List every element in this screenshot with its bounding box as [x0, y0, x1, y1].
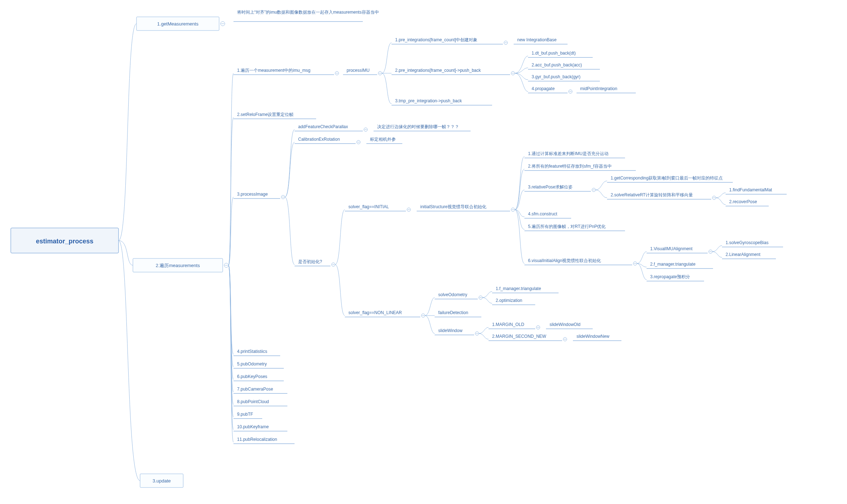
collapse-icon[interactable] [709, 250, 712, 253]
node-visualimualign[interactable]: 1.VisualIMUAlignment [647, 246, 708, 253]
node-solveodometry[interactable]: solveOdometry [435, 292, 478, 299]
node-measurements[interactable]: 2.遍历measurements [133, 258, 223, 272]
collapse-icon[interactable] [475, 332, 479, 335]
node-solvegyro[interactable]: 1.solveGyroscopeBias [722, 240, 783, 247]
node-imu-msg[interactable]: 1.遍历一个measurement中的imu_msg [233, 68, 334, 75]
collapse-icon[interactable] [221, 22, 225, 26]
node-pubcamerapose[interactable]: 7.pubCameraPose [233, 387, 287, 393]
svg-text:1.pre_integrations[frame_count: 1.pre_integrations[frame_count]中创建对象 [395, 37, 477, 42]
svg-text:1.遍历一个measurement中的imu_msg: 1.遍历一个measurement中的imu_msg [237, 68, 310, 73]
node-is2[interactable]: 2.将所有的feature特征存放到sfm_f容器当中 [524, 164, 636, 171]
collapse-icon[interactable] [511, 208, 515, 211]
node-midpoint[interactable]: midPointIntegration [577, 86, 636, 93]
svg-text:4.printStatistiics: 4.printStatistiics [237, 349, 267, 354]
svg-text:2.f_manager.triangulate: 2.f_manager.triangulate [650, 262, 695, 267]
node-getcorresponding[interactable]: 1.getCorresponding获取第i帧到窗口最后一帧对应的特征点 [607, 176, 733, 182]
node-relativepose[interactable]: 3.relativePose求解位姿 [524, 185, 591, 191]
collapse-icon[interactable] [479, 296, 482, 299]
node-linearalign[interactable]: 2.LinearAlignment [722, 252, 776, 259]
node-optimization[interactable]: 2.optimization [492, 298, 535, 305]
node-pubpointcloud[interactable]: 8.pubPointCloud [233, 399, 287, 406]
node-setreloframe[interactable]: 2.setReloFrame设置重定位帧 [233, 112, 316, 119]
node-initialstructure[interactable]: initialStructure视觉惯导联合初始化 [417, 204, 510, 211]
collapse-icon[interactable] [511, 71, 515, 75]
svg-text:3.tmp_pre_integration->push_ba: 3.tmp_pre_integration->push_back [395, 98, 462, 103]
node-getmeasurements[interactable]: 1.getMeasurements [136, 17, 219, 31]
node-processimage[interactable]: 3.processImage [233, 192, 280, 199]
svg-text:1.VisualIMUAlignment: 1.VisualIMUAlignment [650, 246, 693, 251]
collapse-icon[interactable] [281, 195, 285, 199]
svg-text:3.relativePose求解位姿: 3.relativePose求解位姿 [528, 185, 573, 190]
svg-text:4.propagate: 4.propagate [532, 86, 555, 91]
node-solverflag-nonlinear[interactable]: solver_flag==NON_LINEAR [345, 310, 420, 317]
collapse-icon[interactable] [536, 326, 540, 329]
svg-text:slideWindowNew: slideWindowNew [577, 334, 610, 339]
node-visualinitialalign[interactable]: 6.visualInitialAlign视觉惯性联合初始化 [524, 258, 632, 265]
node-pubrelocalization[interactable]: 11.pubRelocalization [233, 437, 295, 444]
node-propagate[interactable]: 4.propagate [528, 86, 568, 93]
node-pubkeyframe[interactable]: 10.pubKeyframe [233, 424, 287, 431]
svg-text:4.sfm.construct: 4.sfm.construct [528, 211, 557, 216]
node-slidewindow[interactable]: slideWindow [435, 328, 474, 335]
node-pubodometry[interactable]: 5.pubOdometry [233, 361, 284, 368]
collapse-icon[interactable] [332, 263, 335, 266]
node-pubkeyposes[interactable]: 6.pubKeyPoses [233, 374, 284, 381]
collapse-icon[interactable] [224, 263, 228, 267]
node-fmanager-tri2[interactable]: 1.f_manager.triangulate [492, 286, 559, 293]
collapse-icon[interactable] [378, 71, 382, 75]
node-findfundamental[interactable]: 1.findFundamentalMat [726, 187, 787, 194]
node-dtbuf[interactable]: 1.dt_buf.push_back(dt) [528, 51, 593, 57]
svg-text:1.findFundamentalMat: 1.findFundamentalMat [729, 187, 772, 192]
svg-text:2.遍历measurements: 2.遍历measurements [156, 263, 200, 268]
svg-text:slideWindowOld: slideWindowOld [550, 322, 580, 327]
node-init[interactable]: 是否初始化? [295, 259, 330, 266]
collapse-icon[interactable] [364, 128, 367, 131]
node-solverflag-initial[interactable]: solver_flag==INITIAL [345, 204, 406, 211]
node-processimu[interactable]: processIMU [343, 68, 377, 75]
node-printstatistics[interactable]: 4.printStatistiics [233, 349, 280, 356]
svg-text:3.processImage: 3.processImage [237, 192, 268, 197]
node-repropagate[interactable]: 3.repropagate预积分 [647, 274, 704, 281]
svg-text:3.gyr_buf.push_back(gyr): 3.gyr_buf.push_back(gyr) [532, 74, 580, 79]
node-update[interactable]: 3.update [140, 474, 183, 487]
node-integrationbase[interactable]: new IntegrationBase [514, 37, 568, 44]
node-slidewindownew[interactable]: slideWindowNew [573, 334, 621, 341]
collapse-icon[interactable] [357, 140, 360, 144]
node-is5[interactable]: 5.遍历所有的图像帧，对RT进行PnP优化 [524, 224, 625, 231]
node-margin-old[interactable]: 1.MARGIN_OLD [489, 322, 535, 329]
svg-text:标定相机外参: 标定相机外参 [370, 137, 396, 142]
node-addfeature[interactable]: addFeatureCheckParallax [295, 124, 363, 131]
root-node[interactable]: estimator_process [11, 228, 119, 253]
svg-text:将时间上“对齐”的imu数据和图像数据放在一起存入measu: 将时间上“对齐”的imu数据和图像数据放在一起存入measurements容器当… [237, 10, 379, 15]
node-pubtf[interactable]: 9.pubTF [233, 412, 262, 419]
collapse-icon[interactable] [569, 90, 572, 93]
node-failuredetection[interactable]: failureDetection [435, 310, 481, 317]
node-slidewindowold[interactable]: slideWindowOld [546, 322, 593, 329]
node-is4[interactable]: 4.sfm.construct [524, 211, 571, 218]
node-tmp-preint[interactable]: 3.tmp_pre_integration->push_back [392, 98, 492, 105]
node-calibration[interactable]: CalibrationExRotation [295, 137, 356, 144]
svg-text:slideWindow: slideWindow [438, 328, 463, 333]
collapse-icon[interactable] [421, 314, 425, 317]
collapse-icon[interactable] [592, 188, 596, 192]
collapse-icon[interactable] [335, 71, 339, 75]
node-preint-create[interactable]: 1.pre_integrations[frame_count]中创建对象 [392, 37, 503, 44]
collapse-icon[interactable] [712, 196, 716, 200]
node-fmanager-tri[interactable]: 2.f_manager.triangulate [647, 262, 713, 269]
collapse-icon[interactable] [407, 208, 411, 211]
node-recoverpose[interactable]: 2.recoverPose [726, 199, 769, 206]
collapse-icon[interactable] [563, 337, 567, 341]
node-accbuf[interactable]: 2.acc_buf.push_back(acc) [528, 62, 600, 69]
note-addfeature: 决定进行边缘化的时候要删除哪一帧？？？ [374, 124, 471, 131]
node-preint-pushback[interactable]: 2.pre_integrations[frame_count]->push_ba… [392, 68, 510, 75]
svg-text:2.optimization: 2.optimization [496, 298, 522, 303]
svg-text:5.遍历所有的图像帧，对RT进行PnP优化: 5.遍历所有的图像帧，对RT进行PnP优化 [528, 224, 606, 229]
node-is1[interactable]: 1.通过计算标准差来判断IMU是否充分运动 [524, 151, 625, 158]
node-gyrbuf[interactable]: 3.gyr_buf.push_back(gyr) [528, 74, 600, 81]
collapse-icon[interactable] [504, 41, 508, 45]
svg-text:3.update: 3.update [153, 478, 171, 484]
node-solverelrt[interactable]: 2.solveRelativeRT计算旋转矩阵和平移向量 [607, 192, 711, 199]
node-margin-second[interactable]: 2.MARGIN_SECOND_NEW [489, 334, 562, 341]
collapse-icon[interactable] [633, 262, 637, 265]
svg-text:2.MARGIN_SECOND_NEW: 2.MARGIN_SECOND_NEW [492, 334, 546, 339]
